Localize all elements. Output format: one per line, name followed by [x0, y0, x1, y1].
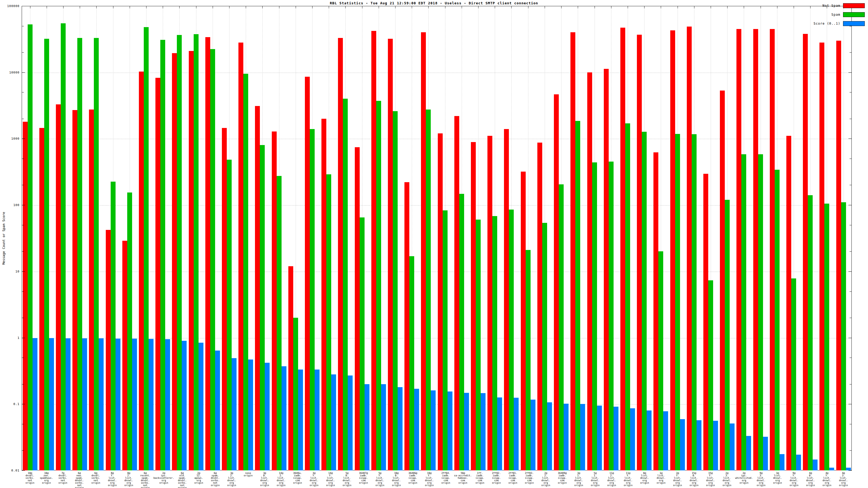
score-bar: [630, 408, 635, 470]
y-minor-tick: [849, 159, 852, 159]
bar-group: [818, 6, 835, 470]
not-spam-bar: [288, 266, 293, 470]
x-axis-label: 10@ Y. list. dnswl. org origin: [421, 472, 437, 488]
bar-group: [38, 6, 55, 470]
bar-group: [22, 6, 38, 470]
not-spam-bar: [222, 128, 227, 470]
spam-bar: [426, 109, 431, 470]
spam-bar: [658, 251, 663, 470]
y-major-tick: [848, 404, 852, 404]
chart-title: RBL Statistics - Tue Aug 21 12:59:00 EDT…: [0, 1, 868, 5]
spam-bar: [741, 154, 746, 470]
score-bar: [713, 421, 718, 470]
not-spam-bar: [321, 119, 326, 470]
not-spam-bar: [587, 72, 592, 470]
not-spam-bar: [305, 77, 310, 470]
bar-group: [354, 6, 370, 470]
y-minor-tick: [22, 92, 24, 93]
score-bar: [348, 376, 352, 470]
not-spam-bar: [106, 230, 111, 470]
bar-group: [686, 6, 702, 470]
spam-bar: [492, 216, 497, 470]
spam-bar: [293, 318, 298, 470]
bar-group: [553, 6, 569, 470]
score-bar: [265, 363, 270, 470]
y-minor-tick: [22, 291, 24, 292]
spam-bar: [675, 134, 680, 470]
x-tick-top: [46, 6, 47, 8]
bar-group: [719, 6, 736, 470]
spam-bar: [277, 176, 282, 470]
bar-group: [769, 6, 785, 470]
score-bar: [414, 389, 419, 470]
bar-group: [470, 6, 486, 470]
y-tick-label: 10: [0, 270, 20, 273]
x-axis-label: 3@ 1. list. dnswl. org origin: [570, 472, 587, 488]
not-spam-bar: [404, 182, 409, 470]
y-minor-tick: [849, 185, 852, 185]
y-tick-label: 100: [0, 203, 20, 207]
legend-label: Not Spam: [823, 4, 840, 8]
spam-bar: [144, 27, 149, 470]
score-bar: [846, 468, 851, 470]
bar-group: [188, 6, 204, 470]
y-minor-tick: [22, 225, 24, 225]
x-axis-label: 6@ recent. spam. dnsbl. sorbs. net origi…: [137, 472, 154, 488]
x-tick-top: [96, 6, 97, 8]
spam-bar: [227, 160, 231, 470]
x-axis-label: 10@ dnsbl. sorbs. net origin: [22, 472, 38, 488]
x-tick-top: [296, 6, 296, 8]
x-tick-top: [495, 6, 495, 8]
spam-bar: [642, 132, 647, 470]
spam-bar: [808, 195, 813, 470]
score-bar: [580, 404, 585, 470]
y-minor-tick: [849, 424, 852, 424]
spam-bar: [775, 170, 780, 470]
x-tick-top: [761, 6, 761, 8]
bar-group: [669, 6, 686, 470]
spam-bar: [393, 111, 398, 470]
y-minor-tick: [22, 450, 24, 451]
not-spam-bar: [620, 28, 625, 470]
score-bar: [696, 420, 702, 470]
bar-group: [752, 6, 769, 470]
y-axis-title: Message Count or Spam Score: [2, 178, 6, 298]
spam-bar: [476, 220, 480, 470]
x-axis-label: 1@ list. dnswl. org origin: [653, 472, 670, 488]
legend-label: Spam: [831, 13, 840, 17]
x-tick-top: [545, 6, 545, 8]
spam-bar: [409, 256, 414, 470]
score-bar: [614, 407, 618, 470]
bar-groups: [22, 6, 852, 470]
y-major-tick: [848, 271, 852, 272]
bar-group: [387, 6, 403, 470]
spam-bar: [791, 279, 796, 470]
x-tick-top: [644, 6, 645, 8]
not-spam-bar: [239, 42, 243, 470]
legend-row: Score (0..1): [813, 21, 865, 26]
score-bar: [796, 455, 801, 470]
x-tick-top: [711, 6, 711, 8]
x-tick-top: [445, 6, 445, 8]
not-spam-bar: [703, 174, 708, 470]
not-spam-bar: [255, 106, 260, 470]
score-bar: [663, 411, 668, 470]
bar-group: [287, 6, 304, 470]
score-bar: [298, 369, 303, 470]
spam-bar: [509, 209, 514, 470]
not-spam-bar: [39, 128, 44, 470]
x-tick-top: [30, 6, 30, 8]
score-bar: [480, 393, 486, 470]
y-minor-tick: [849, 358, 852, 358]
bar-group: [785, 6, 802, 470]
y-minor-tick: [22, 52, 24, 53]
not-spam-bar: [504, 129, 509, 470]
x-tick-top: [163, 6, 163, 8]
bar-group: [586, 6, 603, 470]
score-bar: [66, 338, 70, 470]
x-axis-label: 14@ 2. list. dnswl. org origin: [273, 472, 289, 488]
x-axis-label: 5@ Y. list. dnswl. org origin: [372, 472, 388, 488]
not-spam-bar: [604, 69, 609, 470]
spam-bar: [725, 200, 730, 470]
legend-swatch: [843, 21, 865, 26]
